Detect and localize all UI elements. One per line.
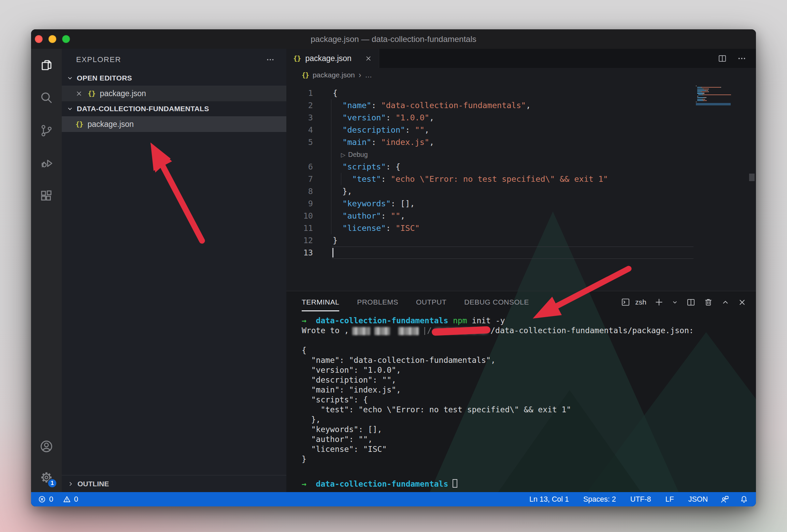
json-file-icon: {} — [75, 120, 83, 128]
maximize-panel-chevron-icon[interactable] — [721, 298, 730, 307]
bottom-panel: TERMINALPROBLEMSOUTPUTDEBUG CONSOLE zsh — [286, 291, 756, 492]
vscode-window: package.json — data-collection-fundament… — [31, 29, 756, 506]
close-window-button[interactable] — [35, 35, 43, 43]
chevron-right-icon — [67, 481, 74, 487]
explorer-sidebar: EXPLORER OPEN EDITORS {} package.json — [62, 49, 286, 492]
status-ln-13-col-1[interactable]: Ln 13, Col 1 — [529, 495, 569, 504]
codelens-debug[interactable]: ▷Debug — [286, 148, 756, 161]
terminal-output-line: "keywords": [], — [302, 425, 756, 434]
code-line-8[interactable]: 8 }, — [286, 185, 756, 197]
status-json[interactable]: JSON — [688, 495, 708, 504]
panel-tab-terminal[interactable]: TERMINAL — [302, 298, 339, 306]
code-line-3[interactable]: 3 "version": "1.0.0", — [286, 112, 756, 124]
activity-extensions[interactable] — [31, 180, 62, 212]
problems-status[interactable]: 0 0 — [38, 495, 78, 504]
open-editors-header[interactable]: OPEN EDITORS — [62, 71, 286, 86]
open-editor-item-package-json[interactable]: {} package.json — [62, 86, 286, 101]
code-line-13[interactable]: 13 — [286, 247, 756, 259]
warnings-count: 0 — [74, 495, 78, 504]
line-number: 4 — [286, 124, 313, 136]
code-line-12[interactable]: 12} — [286, 234, 756, 247]
close-panel-icon[interactable] — [738, 298, 746, 307]
warnings-icon — [63, 495, 71, 503]
activity-run-debug[interactable] — [31, 147, 62, 180]
editor-more-actions-icon[interactable] — [737, 54, 746, 63]
terminal-output-line: { — [302, 345, 756, 355]
outline-section-header[interactable]: OUTLINE — [62, 475, 286, 492]
editor-tab-bar: {} package.json — [286, 49, 756, 68]
code-line-7[interactable]: 7 "test": "echo \"Error: no test specifi… — [286, 173, 756, 185]
line-number: 10 — [286, 210, 313, 222]
breadcrumb-file[interactable]: package.json — [313, 71, 355, 79]
source-control-branch-icon — [39, 123, 54, 138]
redacted-block — [352, 327, 370, 335]
terminal-output[interactable]: → data-collection-fundamentals npm init … — [286, 313, 756, 492]
line-number: 2 — [286, 99, 313, 112]
code-line-2[interactable]: 2 "name": "data-collection-fundamentals"… — [286, 99, 756, 112]
run-debug-icon — [39, 156, 54, 171]
terminal-blank-line — [302, 336, 756, 345]
notifications-bell-icon[interactable] — [740, 495, 748, 504]
code-line-6[interactable]: 6 "scripts": { — [286, 161, 756, 173]
editor-scrollbar-thumb[interactable] — [749, 174, 755, 181]
line-number: 6 — [286, 161, 313, 173]
minimize-window-button[interactable] — [48, 35, 56, 43]
code-line-5[interactable]: 5 "main": "index.js", — [286, 136, 756, 148]
redacted-red-strike — [432, 326, 490, 336]
code-line-4[interactable]: 4 "description": "", — [286, 124, 756, 136]
code-line-9[interactable]: 9 "keywords": [], — [286, 197, 756, 210]
new-terminal-icon[interactable] — [655, 298, 663, 307]
search-icon — [39, 91, 54, 105]
feedback-icon[interactable] — [720, 495, 729, 504]
terminal-output-line: "description": "", — [302, 375, 756, 385]
terminal-output-line: } — [302, 454, 756, 464]
terminal-icon — [621, 297, 630, 307]
activity-explorer[interactable] — [31, 49, 62, 82]
panel-tab-debug-console[interactable]: DEBUG CONSOLE — [464, 298, 529, 306]
title-bar[interactable]: package.json — data-collection-fundament… — [31, 29, 756, 49]
zoom-window-button[interactable] — [62, 35, 70, 43]
explorer-empty-area[interactable] — [62, 132, 286, 475]
json-file-icon: {} — [88, 89, 95, 98]
sidebar-title: EXPLORER — [76, 55, 121, 64]
tab-package-json[interactable]: {} package.json — [286, 49, 379, 68]
shell-name[interactable]: zsh — [635, 298, 646, 306]
activity-search[interactable] — [31, 82, 62, 114]
more-actions-icon[interactable] — [266, 55, 275, 64]
panel-tab-problems[interactable]: PROBLEMS — [357, 298, 398, 306]
status-bar: 0 0 Ln 13, Col 1Spaces: 2UTF-8LFJSON — [31, 492, 756, 506]
split-editor-icon[interactable] — [718, 54, 727, 63]
breadcrumb[interactable]: {} package.json › … — [286, 68, 756, 82]
code-line-1[interactable]: 1{ — [286, 87, 756, 99]
status-lf[interactable]: LF — [666, 495, 674, 504]
editor-cursor — [332, 248, 333, 257]
activity-account[interactable] — [31, 430, 62, 463]
code-line-11[interactable]: 11 "license": "ISC" — [286, 222, 756, 234]
terminal-output-line: "main": "index.js", — [302, 385, 756, 395]
redacted-block — [398, 327, 419, 335]
code-line-10[interactable]: 10 "author": "", — [286, 210, 756, 222]
kill-terminal-trash-icon[interactable] — [704, 298, 713, 307]
code-editor[interactable]: 1{2 "name": "data-collection-fundamental… — [286, 82, 756, 291]
status-spaces-2[interactable]: Spaces: 2 — [583, 495, 616, 504]
activity-settings[interactable]: 1 — [31, 463, 62, 492]
folder-section-header[interactable]: DATA-COLLECTION-FUNDAMENTALS — [62, 101, 286, 116]
line-number: 1 — [286, 87, 313, 99]
breadcrumb-more[interactable]: … — [365, 71, 372, 79]
launch-profile-chevron-icon[interactable] — [672, 299, 678, 306]
file-label: package.json — [87, 120, 134, 129]
close-editor-icon[interactable] — [75, 90, 83, 97]
minimap[interactable] — [696, 86, 731, 105]
activity-bar: 1 — [31, 49, 62, 492]
window-title: package.json — data-collection-fundament… — [311, 34, 476, 44]
terminal-output-line: "author": "", — [302, 434, 756, 444]
activity-source-control[interactable] — [31, 114, 62, 147]
line-number: 11 — [286, 222, 313, 234]
panel-tab-output[interactable]: OUTPUT — [416, 298, 446, 306]
close-tab-icon[interactable] — [365, 55, 372, 62]
file-item-package-json[interactable]: {} package.json — [62, 116, 286, 132]
split-terminal-icon[interactable] — [686, 298, 696, 307]
window-controls — [35, 29, 70, 49]
status-utf-8[interactable]: UTF-8 — [630, 495, 651, 504]
line-number: 8 — [286, 185, 313, 197]
